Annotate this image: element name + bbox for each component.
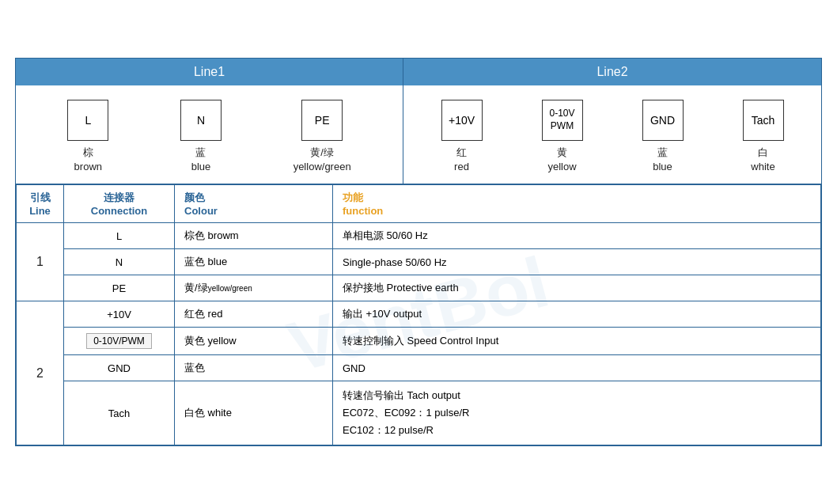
connector-label-10V: 红red — [454, 146, 469, 174]
connection-10V-cell: +10V — [64, 301, 175, 328]
connector-box-10V: +10V — [441, 100, 483, 141]
table-row: Tach 白色 white 转速信号输出 Tach output EC072、E… — [17, 381, 821, 445]
colour-yellow-cell: 黄色 yellow — [175, 328, 333, 355]
colour-yg-cell: 黄/绿yellow/green — [175, 275, 333, 301]
table-row: N 蓝色 blue Single-phase 50/60 Hz — [17, 249, 821, 275]
table-wrapper: VentBol 引线 Line 连接器 Connection 颜色 Colour — [16, 184, 821, 445]
header-colour-col: 颜色 Colour — [175, 185, 333, 223]
icons-line2: +10V 红red 0-10VPWM 黄yellow GND 蓝blue Tac… — [403, 85, 821, 184]
colour-red-cell: 红色 red — [175, 301, 333, 328]
connection-PE-cell: PE — [64, 275, 175, 301]
connector-box-PE: PE — [301, 100, 343, 141]
main-container: Line1 Line2 L 棕brown N 蓝blue PE 黄/绿yello… — [15, 58, 822, 447]
function-gnd-cell: GND — [333, 355, 821, 381]
connection-pwm-cell: 0-10V/PWM — [64, 328, 175, 355]
header-line1: Line1 — [16, 59, 403, 85]
function-L-cell: 单相电源 50/60 Hz — [333, 223, 821, 249]
colour-brown-cell: 棕色 browm — [175, 223, 333, 249]
connector-label-PE: 黄/绿yellow/green — [294, 146, 351, 174]
function-10V-cell: 输出 +10V output — [333, 301, 821, 328]
connector-gnd: GND 蓝blue — [642, 100, 684, 174]
connector-10V: +10V 红red — [441, 100, 483, 174]
connector-N: N 蓝blue — [180, 100, 222, 174]
connector-PE: PE 黄/绿yellow/green — [294, 100, 351, 174]
colour-blue-cell: 蓝色 blue — [175, 249, 333, 275]
header-line2: Line2 — [403, 59, 821, 85]
connection-N-cell: N — [64, 249, 175, 275]
line-2-cell: 2 — [17, 301, 64, 445]
header-line-col: 引线 Line — [17, 185, 64, 223]
function-pwm-cell: 转速控制输入 Speed Control Input — [333, 328, 821, 355]
data-table: 引线 Line 连接器 Connection 颜色 Colour 功能 func… — [16, 184, 821, 445]
colour-white-cell: 白色 white — [175, 381, 333, 445]
header-row: Line1 Line2 — [16, 59, 821, 85]
connector-box-L: L — [67, 100, 108, 141]
icons-row: L 棕brown N 蓝blue PE 黄/绿yellow/green +10V… — [16, 85, 821, 184]
connector-L: L 棕brown — [67, 100, 108, 174]
table-row: 2 +10V 红色 red 输出 +10V output — [17, 301, 821, 328]
table-row: PE 黄/绿yellow/green 保护接地 Protective earth — [17, 275, 821, 301]
icons-line1: L 棕brown N 蓝blue PE 黄/绿yellow/green — [16, 85, 403, 184]
table-row: GND 蓝色 GND — [17, 355, 821, 381]
connector-label-gnd: 蓝blue — [653, 146, 672, 174]
connector-pwm: 0-10VPWM 黄yellow — [542, 100, 583, 174]
table-row: 0-10V/PWM 黄色 yellow 转速控制输入 Speed Control… — [17, 328, 821, 355]
connection-tach-cell: Tach — [64, 381, 175, 445]
connector-box-N: N — [180, 100, 222, 141]
connector-label-L: 棕brown — [74, 146, 102, 174]
function-N-cell: Single-phase 50/60 Hz — [333, 249, 821, 275]
connector-tach: Tach 白white — [743, 100, 784, 174]
connector-label-N: 蓝blue — [191, 146, 211, 174]
colour-blue2-cell: 蓝色 — [175, 355, 333, 381]
function-PE-cell: 保护接地 Protective earth — [333, 275, 821, 301]
table-row: 1 L 棕色 browm 单相电源 50/60 Hz — [17, 223, 821, 249]
line-1-cell: 1 — [17, 223, 64, 301]
connection-gnd-cell: GND — [64, 355, 175, 381]
connector-box-pwm: 0-10VPWM — [542, 100, 583, 141]
connection-L-cell: L — [64, 223, 175, 249]
function-tach-cell: 转速信号输出 Tach output EC072、EC092：1 pulse/R… — [333, 381, 821, 445]
header-function-col: 功能 function — [333, 185, 821, 223]
table-header-row: 引线 Line 连接器 Connection 颜色 Colour 功能 func… — [17, 185, 821, 223]
connector-label-tach: 白white — [751, 146, 775, 174]
header-connection-col: 连接器 Connection — [64, 185, 175, 223]
connector-box-tach: Tach — [743, 100, 784, 141]
connector-label-pwm: 黄yellow — [547, 146, 576, 174]
connector-box-gnd: GND — [642, 100, 684, 141]
